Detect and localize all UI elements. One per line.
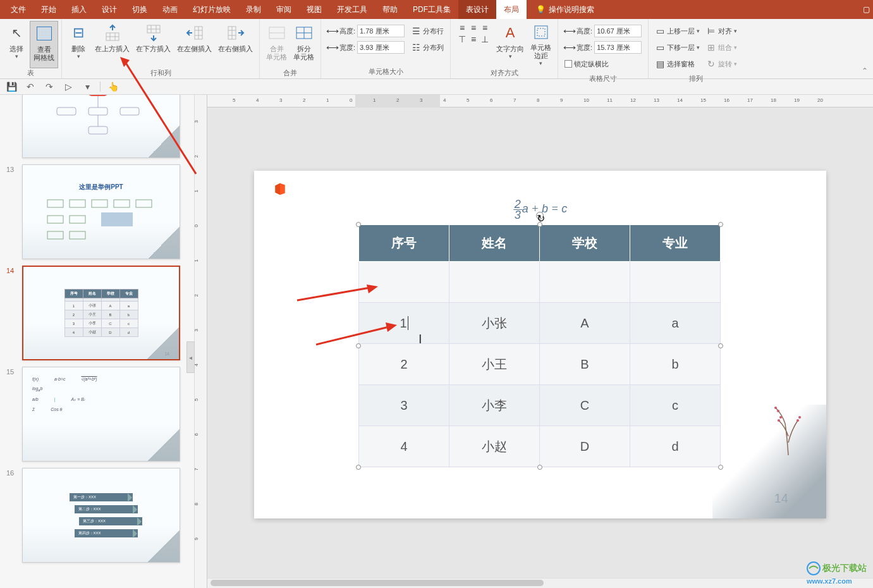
collapse-ribbon-button[interactable]: ⌃ xyxy=(862,66,868,75)
table-cell[interactable]: C xyxy=(540,385,630,426)
start-slideshow-button[interactable]: ▷ xyxy=(62,80,75,93)
tab-view[interactable]: 视图 xyxy=(299,0,329,19)
row-height-input[interactable]: 1.78 厘米 xyxy=(357,25,405,37)
align-middle-icon[interactable]: ≡ xyxy=(468,34,479,44)
resize-handle-se[interactable] xyxy=(718,465,723,470)
scrollbar-thumb[interactable] xyxy=(211,580,544,586)
rotate-button[interactable]: ↻旋转▾ xyxy=(706,57,737,71)
delete-button[interactable]: 删除 ▾ xyxy=(65,21,92,68)
tab-layout[interactable]: 布局 xyxy=(496,0,527,19)
resize-handle-s[interactable] xyxy=(537,465,542,470)
redo-button[interactable]: ↷ xyxy=(43,80,56,93)
table-width-input[interactable]: 15.73 厘米 xyxy=(594,41,642,54)
slide-thumbnail[interactable]: 第一步：XXX 第二步：XXX 第三步：XXX 第四步：XXX xyxy=(22,468,180,563)
slide-canvas[interactable]: 14 23a + b = c ↻ 序号姓名学校专业1小张Aa2小王Bb3小李Cc… xyxy=(254,171,826,518)
group-button[interactable]: ⊞组合▾ xyxy=(706,40,737,54)
table-cell[interactable] xyxy=(630,262,721,303)
text-direction-button[interactable]: A 文字方向 ▾ xyxy=(493,21,527,68)
table-cell[interactable] xyxy=(449,262,540,303)
resize-handle-e[interactable] xyxy=(718,343,723,348)
slide-thumbnail[interactable]: f(x)a·b=c√(a²+b²) logab a/b|A₁ ≡ Bᵢ ΣCos… xyxy=(22,367,180,462)
table-cell[interactable] xyxy=(540,262,630,303)
resize-handle-nw[interactable] xyxy=(356,222,361,227)
tab-record[interactable]: 录制 xyxy=(238,0,269,19)
table-cell[interactable]: 3 xyxy=(359,385,449,426)
insert-above-button[interactable]: 在上方插入 xyxy=(92,21,133,68)
rotate-handle[interactable]: ↻ xyxy=(536,212,544,219)
distribute-cols-button[interactable]: ☷ 分布列 xyxy=(411,40,444,54)
tab-review[interactable]: 审阅 xyxy=(269,0,299,19)
undo-button[interactable]: ↶ xyxy=(24,80,37,93)
main-table-selection[interactable]: ↻ 序号姓名学校专业1小张Aa2小王Bb3小李Cc4小赵Dd I xyxy=(358,224,721,467)
table-cell[interactable]: a xyxy=(630,303,721,344)
align-top-icon[interactable]: ⊤ xyxy=(457,34,467,44)
distribute-rows-button[interactable]: ☰ 分布行 xyxy=(411,24,444,38)
table-cell[interactable] xyxy=(359,262,449,303)
table-cell[interactable]: d xyxy=(630,426,721,467)
table-cell[interactable]: A xyxy=(540,303,630,344)
resize-handle-w[interactable] xyxy=(356,343,361,348)
insert-left-button[interactable]: 在左侧插入 xyxy=(174,21,215,68)
main-table[interactable]: 序号姓名学校专业1小张Aa2小王Bb3小李Cc4小赵Dd xyxy=(358,224,721,467)
tab-slideshow[interactable]: 幻灯片放映 xyxy=(185,0,238,19)
table-height-input[interactable]: 10.67 厘米 xyxy=(594,25,642,37)
resize-handle-sw[interactable] xyxy=(356,465,361,470)
tab-design[interactable]: 设计 xyxy=(94,0,125,19)
col-width-input[interactable]: 3.93 厘米 xyxy=(357,41,405,54)
select-button[interactable]: 选择 ▾ xyxy=(3,21,30,68)
slide-thumbnail[interactable] xyxy=(22,95,180,158)
tab-animations[interactable]: 动画 xyxy=(155,0,185,19)
align-button[interactable]: ⊨对齐▾ xyxy=(706,24,737,38)
table-cell[interactable]: B xyxy=(540,344,630,385)
send-backward-button[interactable]: ▭下移一层▾ xyxy=(655,40,700,54)
table-cell[interactable]: b xyxy=(630,344,721,385)
table-header[interactable]: 序号 xyxy=(359,225,449,262)
table-header[interactable]: 专业 xyxy=(630,225,721,262)
horizontal-scrollbar[interactable] xyxy=(207,578,873,588)
table-header[interactable]: 学校 xyxy=(540,225,630,262)
qat-more-button[interactable]: ▾ xyxy=(81,80,94,93)
table-header[interactable]: 姓名 xyxy=(449,225,540,262)
tab-table-design[interactable]: 表设计 xyxy=(458,0,496,19)
table-cell[interactable]: D xyxy=(540,426,630,467)
view-gridlines-button[interactable]: 查看 网格线 xyxy=(30,21,58,68)
table-cell[interactable]: 小张 xyxy=(449,303,540,344)
resize-handle-ne[interactable] xyxy=(718,222,723,227)
resize-handle-n[interactable] xyxy=(537,222,542,227)
canvas-area[interactable]: 14 23a + b = c ↻ 序号姓名学校专业1小张Aa2小王Bb3小李Cc… xyxy=(207,107,873,588)
ruler-vertical[interactable]: 3210123456789 xyxy=(195,95,207,588)
tab-pdftools[interactable]: PDF工具集 xyxy=(405,0,458,19)
selection-pane-button[interactable]: ▤选择窗格 xyxy=(655,57,700,71)
save-button[interactable]: 💾 xyxy=(5,80,18,93)
table-cell[interactable]: 2 xyxy=(359,344,449,385)
split-cells-button[interactable]: 拆分 单元格 xyxy=(290,21,317,68)
insert-right-button[interactable]: 在右侧插入 xyxy=(215,21,256,68)
slide-thumbnail-active[interactable]: 序号姓名学校专业 1小张Aa 2小王Bb 3小李Cc 4小赵Dd 14 xyxy=(22,266,180,360)
align-bottom-icon[interactable]: ⊥ xyxy=(480,34,490,44)
present-icon[interactable]: ▢ xyxy=(863,5,870,14)
collapse-panel-button[interactable]: ◂ xyxy=(186,341,195,373)
table-cell[interactable]: 1 xyxy=(359,303,449,344)
cell-margins-button[interactable]: 单元格 边距 ▾ xyxy=(527,21,554,68)
ruler-horizontal[interactable]: 5432101234567891011121314151617181920 xyxy=(207,95,873,107)
tab-help[interactable]: 帮助 xyxy=(375,0,405,19)
tab-insert[interactable]: 插入 xyxy=(64,0,94,19)
lock-aspect-checkbox[interactable]: 锁定纵横比 xyxy=(565,57,642,71)
tell-me-search[interactable]: 💡 操作说明搜索 xyxy=(536,4,594,15)
table-cell[interactable]: 小李 xyxy=(449,385,540,426)
bring-forward-button[interactable]: ▭上移一层▾ xyxy=(655,24,700,38)
merge-cells-button[interactable]: 合并 单元格 xyxy=(263,21,290,68)
table-cell[interactable]: 小赵 xyxy=(449,426,540,467)
tab-developer[interactable]: 开发工具 xyxy=(329,0,375,19)
align-right-icon[interactable]: ≡ xyxy=(480,23,490,33)
table-cell[interactable]: c xyxy=(630,385,721,426)
tab-home[interactable]: 开始 xyxy=(34,0,64,19)
insert-below-button[interactable]: 在下方插入 xyxy=(133,21,174,68)
align-center-icon[interactable]: ≡ xyxy=(468,23,479,33)
tab-transitions[interactable]: 切换 xyxy=(125,0,155,19)
table-cell[interactable]: 4 xyxy=(359,426,449,467)
align-left-icon[interactable]: ≡ xyxy=(457,23,467,33)
touch-mode-button[interactable]: 👆 xyxy=(107,80,119,93)
table-cell[interactable]: 小王 xyxy=(449,344,540,385)
slide-thumbnail[interactable]: 这里是举例PPT xyxy=(22,164,180,259)
